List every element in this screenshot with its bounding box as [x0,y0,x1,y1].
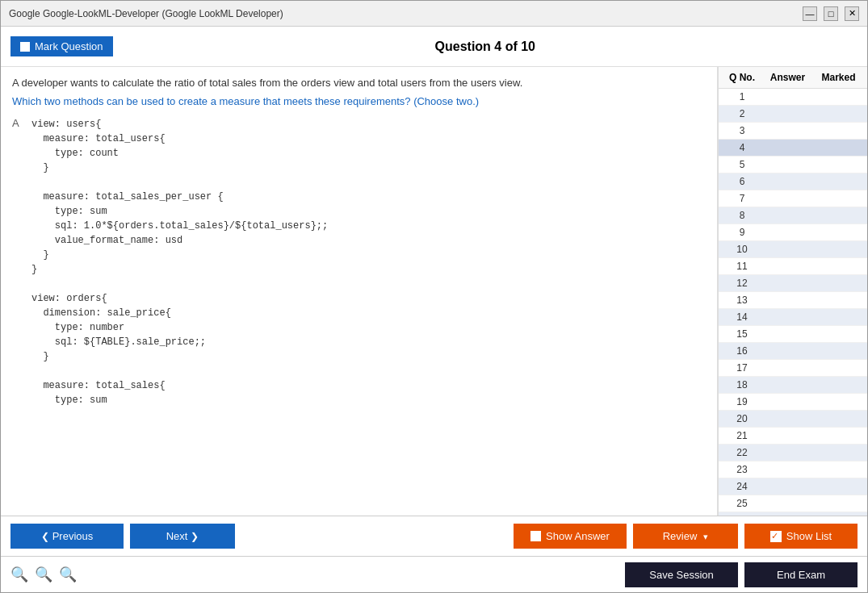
question-row[interactable]: 25 [719,495,867,512]
question-row[interactable]: 4 [719,140,867,157]
zoom-reset-button[interactable]: 🔍 [35,566,52,583]
next-button[interactable]: Next [130,524,235,549]
question-row[interactable]: 22 [719,445,867,461]
question-row[interactable]: 9 [719,224,867,241]
previous-arrow-icon [41,530,49,542]
col-answer: Answer [762,72,813,83]
show-list-check-icon [770,531,782,542]
show-answer-label: Show Answer [546,530,610,542]
review-button[interactable]: Review [633,524,738,549]
show-answer-icon [530,531,541,541]
question-list-header: Q No. Answer Marked [719,67,867,89]
save-session-label: Save Session [649,569,714,581]
question-row[interactable]: 7 [719,190,867,207]
question-row[interactable]: 17 [719,360,867,377]
question-row[interactable]: 3 [719,123,867,140]
question-row[interactable]: 10 [719,241,867,258]
question-row[interactable]: 8 [719,207,867,224]
question-row[interactable]: 19 [719,394,867,411]
col-q-no: Q No. [722,72,762,83]
question-row[interactable]: 13 [719,292,867,309]
previous-label: Previous [52,530,94,542]
show-answer-button[interactable]: Show Answer [514,524,627,549]
footer-right: Save Session End Exam [625,562,858,587]
question-title: Question 4 of 10 [113,40,858,54]
mark-question-button[interactable]: Mark Question [10,36,113,56]
question-row[interactable]: 14 [719,309,867,326]
question-row[interactable]: 11 [719,258,867,275]
next-label: Next [166,530,188,542]
content-area: A developer wants to calculate the ratio… [1,67,867,516]
minimize-button[interactable]: — [803,6,817,21]
question-row[interactable]: 2 [719,106,867,123]
previous-button[interactable]: Previous [10,524,124,549]
option-a-container: A view: users{ measure: total_users{ typ… [12,117,706,407]
question-list-body: 1234567891011121314151617181920212223242… [719,89,867,516]
title-bar: Google Google-LookML-Developer (Google L… [1,1,867,27]
zoom-out-button[interactable]: 🔍 [59,566,77,583]
question-row[interactable]: 6 [719,173,867,190]
footer-bar: 🔍 🔍 🔍 Save Session End Exam [1,556,867,592]
end-exam-label: End Exam [777,569,825,581]
end-exam-button[interactable]: End Exam [744,562,858,587]
mark-icon [20,42,30,52]
question-row[interactable]: 5 [719,157,867,173]
zoom-in-button[interactable]: 🔍 [10,566,28,583]
window-title: Google Google-LookML-Developer (Google L… [9,8,283,19]
option-a-label: A [12,117,25,407]
option-a-code: view: users{ measure: total_users{ type:… [31,117,328,407]
question-list-panel: Q No. Answer Marked 12345678910111213141… [718,67,867,516]
question-row[interactable]: 15 [719,326,867,343]
review-label: Review [663,530,698,542]
question-row[interactable]: 1 [719,89,867,106]
maximize-button[interactable]: □ [824,6,838,21]
question-subtext: Which two methods can be used to create … [12,95,706,107]
show-list-label: Show List [786,530,832,542]
question-row[interactable]: 12 [719,275,867,292]
question-row[interactable]: 16 [719,343,867,360]
window-controls: — □ ✕ [803,6,859,21]
question-panel: A developer wants to calculate the ratio… [1,67,718,516]
question-row[interactable]: 18 [719,377,867,394]
review-dropdown-icon [700,530,708,542]
question-row[interactable]: 21 [719,428,867,445]
save-session-button[interactable]: Save Session [625,562,738,587]
mark-question-label: Mark Question [35,40,103,52]
question-row[interactable]: 23 [719,461,867,478]
question-text: A developer wants to calculate the ratio… [12,77,706,89]
bottom-bar: Previous Next Show Answer Review Show Li… [1,516,867,556]
next-arrow-icon [191,530,199,542]
toolbar: Mark Question Question 4 of 10 [1,27,867,67]
show-list-button[interactable]: Show List [744,524,858,549]
close-button[interactable]: ✕ [845,6,859,21]
question-row[interactable]: 24 [719,478,867,495]
question-row[interactable]: 20 [719,411,867,428]
col-marked: Marked [813,72,864,83]
